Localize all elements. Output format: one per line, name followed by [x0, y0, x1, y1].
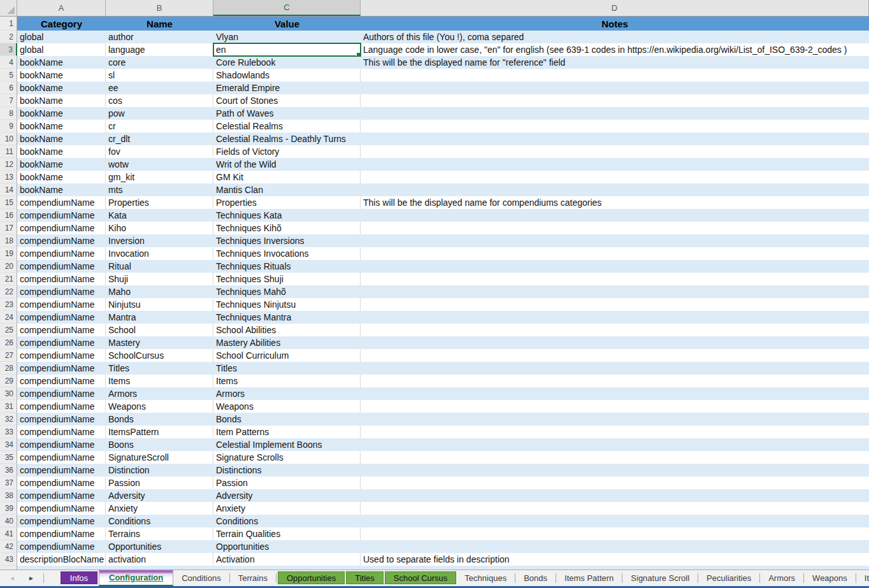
cell-category[interactable]: compendiumName — [17, 515, 106, 527]
cell-category[interactable]: compendiumName — [17, 311, 106, 324]
header-cell-category[interactable]: Category — [17, 17, 106, 31]
cell-name[interactable]: Conditions — [106, 515, 213, 527]
cell-value[interactable]: Techniques Rituals — [213, 260, 361, 273]
cell-name[interactable]: core — [106, 56, 213, 69]
cell-notes[interactable] — [361, 298, 869, 311]
cell-notes[interactable] — [361, 477, 869, 489]
cell-notes[interactable] — [361, 82, 869, 94]
cell-name[interactable]: Items — [106, 375, 213, 387]
cell-notes[interactable] — [361, 336, 869, 349]
cell-category[interactable]: compendiumName — [17, 438, 106, 451]
row-header[interactable]: 27 — [0, 349, 17, 362]
cell-value[interactable]: Weapons — [213, 400, 361, 413]
cell-category[interactable]: bookName — [17, 171, 106, 183]
row-header[interactable]: 32 — [0, 413, 17, 426]
cell-value[interactable]: en — [213, 43, 361, 56]
cell-category[interactable]: compendiumName — [17, 464, 106, 477]
sheet-tab[interactable]: Conditions — [173, 573, 229, 583]
cell-value[interactable]: Techniques Mahõ — [213, 285, 361, 298]
row-header[interactable]: 38 — [0, 489, 17, 502]
sheet-tab[interactable]: Configuration — [99, 570, 173, 586]
row-header[interactable]: 25 — [0, 324, 17, 336]
cell-category[interactable]: bookName — [17, 69, 106, 82]
cell-notes[interactable] — [361, 222, 869, 234]
cell-value[interactable]: Court of Stones — [213, 94, 361, 107]
cell-name[interactable]: ItemsPattern — [106, 426, 213, 438]
row-header[interactable]: 8 — [0, 107, 17, 120]
row-header[interactable]: 20 — [0, 260, 17, 273]
cell-name[interactable]: Shuji — [106, 273, 213, 285]
row-header[interactable]: 6 — [0, 82, 17, 94]
sheet-tab[interactable]: Armors — [760, 573, 804, 583]
row-header[interactable]: 3 — [0, 43, 17, 56]
cell-name[interactable]: author — [106, 31, 213, 43]
sheet-tab[interactable]: Weapons — [804, 573, 856, 583]
row-header[interactable]: 19 — [0, 247, 17, 260]
cell-value[interactable]: Celestial Realms — [213, 120, 361, 133]
cell-name[interactable]: activation — [106, 553, 213, 566]
cell-category[interactable]: bookName — [17, 82, 106, 94]
cell-name[interactable]: Terrains — [106, 527, 213, 540]
row-header[interactable]: 14 — [0, 183, 17, 196]
sheet-tab[interactable]: Opportunities — [278, 571, 345, 584]
cell-notes[interactable] — [361, 527, 869, 540]
cell-name[interactable]: Anxiety — [106, 502, 213, 515]
sheet-tab[interactable]: Titles — [346, 571, 384, 584]
row-header[interactable]: 5 — [0, 69, 17, 82]
cell-name[interactable]: Kiho — [106, 222, 213, 234]
cell-category[interactable]: compendiumName — [17, 336, 106, 349]
row-header[interactable]: 24 — [0, 311, 17, 324]
cell-category[interactable]: bookName — [17, 133, 106, 145]
cell-value[interactable]: Mantis Clan — [213, 183, 361, 196]
row-header[interactable]: 26 — [0, 336, 17, 349]
cell-name[interactable]: Inversion — [106, 234, 213, 247]
cell-notes[interactable] — [361, 107, 869, 120]
cell-notes[interactable] — [361, 234, 869, 247]
cell-category[interactable]: bookName — [17, 94, 106, 107]
next-sheet-icon[interactable]: ► — [28, 575, 34, 582]
cell-name[interactable]: gm_kit — [106, 171, 213, 183]
cell-name[interactable]: SchoolCursus — [106, 349, 213, 362]
row-header[interactable]: 18 — [0, 234, 17, 247]
sheet-tab[interactable]: Items Pattern — [556, 573, 622, 583]
cell-notes[interactable] — [361, 260, 869, 273]
cell-value[interactable]: Core Rulebook — [213, 56, 361, 69]
cell-value[interactable]: Writ of the Wild — [213, 158, 361, 171]
row-header[interactable]: 36 — [0, 464, 17, 477]
cell-name[interactable]: Ninjutsu — [106, 298, 213, 311]
cell-notes[interactable] — [361, 158, 869, 171]
column-header-c[interactable]: C — [213, 0, 361, 16]
cell-value[interactable]: Mastery Abilities — [213, 336, 361, 349]
cell-category[interactable]: compendiumName — [17, 273, 106, 285]
row-header[interactable]: 37 — [0, 477, 17, 489]
cell-category[interactable]: compendiumName — [17, 222, 106, 234]
cell-name[interactable]: Weapons — [106, 400, 213, 413]
cell-category[interactable]: compendiumName — [17, 285, 106, 298]
cell-value[interactable]: Signature Scrolls — [213, 451, 361, 464]
cell-notes[interactable]: This will be the displayed name for comp… — [361, 196, 869, 209]
row-header[interactable]: 31 — [0, 400, 17, 413]
cell-value[interactable]: Anxiety — [213, 502, 361, 515]
cell-category[interactable]: compendiumName — [17, 375, 106, 387]
cell-value[interactable]: Techniques Invocations — [213, 247, 361, 260]
row-header[interactable]: 11 — [0, 145, 17, 158]
cell-value[interactable]: Adversity — [213, 489, 361, 502]
header-cell-value[interactable]: Value — [213, 17, 361, 31]
cell-category[interactable]: compendiumName — [17, 260, 106, 273]
cell-name[interactable]: sl — [106, 69, 213, 82]
cell-category[interactable]: bookName — [17, 145, 106, 158]
cell-category[interactable]: compendiumName — [17, 349, 106, 362]
sheet-tab[interactable]: Infos — [61, 571, 97, 584]
cell-value[interactable]: Fields of Victory — [213, 145, 361, 158]
cell-category[interactable]: global — [17, 43, 106, 56]
cell-name[interactable]: Distinction — [106, 464, 213, 477]
cell-notes[interactable] — [361, 489, 869, 502]
cell-category[interactable]: compendiumName — [17, 489, 106, 502]
sheet-tab[interactable]: School Cursus — [385, 571, 457, 584]
row-header[interactable]: 17 — [0, 222, 17, 234]
cell-value[interactable]: Vlyan — [213, 31, 361, 43]
cell-notes[interactable] — [361, 209, 869, 222]
cell-name[interactable]: mts — [106, 183, 213, 196]
cell-notes[interactable] — [361, 324, 869, 336]
cell-name[interactable]: Opportunities — [106, 540, 213, 553]
